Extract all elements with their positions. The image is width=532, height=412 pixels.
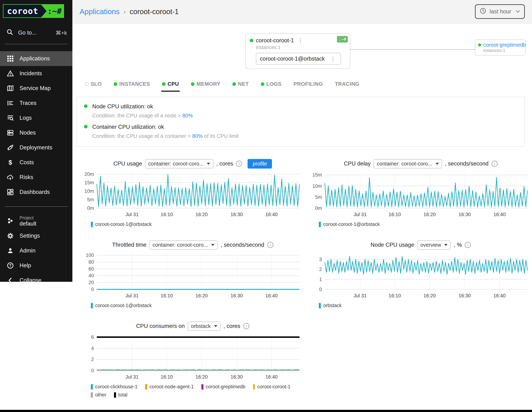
caret-down-icon bbox=[444, 244, 447, 246]
kebab-menu-icon[interactable]: ⋮ bbox=[329, 55, 337, 62]
check-condition: Condition: the CPU usage of a container … bbox=[92, 133, 517, 139]
chart-unit-label: , % bbox=[454, 242, 462, 248]
status-dot bbox=[478, 43, 481, 47]
tab-logs[interactable]: LOGS bbox=[260, 79, 282, 92]
svg-text:16:20: 16:20 bbox=[195, 212, 208, 217]
chart-title: CPU consumers on bbox=[136, 323, 185, 329]
sidebar-item-incidents[interactable]: Incidents bbox=[0, 66, 72, 81]
legend-swatch bbox=[253, 384, 255, 390]
legend-swatch bbox=[91, 392, 93, 398]
tab-status-dot bbox=[191, 82, 195, 86]
sidebar-item-label: Applications bbox=[19, 55, 50, 62]
legend-item[interactable]: coroot-coroot-1@orbstack bbox=[319, 222, 380, 227]
svg-text:16:20: 16:20 bbox=[195, 293, 208, 299]
sidebar-item-service-map[interactable]: Service Map bbox=[0, 81, 72, 96]
sidebar-item-admin[interactable]: Admin bbox=[0, 243, 72, 258]
svg-text:16:40: 16:40 bbox=[266, 374, 278, 380]
tab-net[interactable]: NET bbox=[232, 79, 249, 92]
legend-item[interactable]: coroot-clickhouse-1 bbox=[91, 384, 138, 390]
info-icon[interactable]: i bbox=[236, 161, 242, 167]
legend-item[interactable]: other bbox=[91, 392, 106, 398]
legend-swatch bbox=[91, 222, 93, 227]
caret-down-icon bbox=[436, 163, 439, 165]
sidebar-item-collapse[interactable]: Collapse bbox=[0, 273, 72, 288]
sidebar-item-applications[interactable]: Applications bbox=[0, 51, 72, 66]
upstream-application-link[interactable]: coroot-greptimedb bbox=[483, 42, 526, 48]
legend-label: other bbox=[95, 392, 106, 398]
instance-name: coroot-coroot-1@orbstack bbox=[260, 56, 325, 62]
tab-status-dot bbox=[261, 82, 264, 86]
sidebar-item-dashboards[interactable]: Dashboards bbox=[0, 185, 72, 199]
tab-profiling[interactable]: PROFILING bbox=[293, 79, 323, 92]
info-icon[interactable]: i bbox=[465, 242, 471, 248]
goto-shortcut: ⌘+k bbox=[56, 30, 67, 36]
legend-swatch bbox=[319, 222, 321, 227]
chart-plot: Jul 3116:1016:2016:3016:400246 bbox=[80, 332, 303, 381]
sidebar-item-help[interactable]: ?Help bbox=[0, 258, 72, 273]
svg-text:20m: 20m bbox=[84, 171, 94, 177]
cpu-checks-panel: Node CPU utilization: okCondition: the C… bbox=[76, 97, 525, 147]
svg-text:16:20: 16:20 bbox=[195, 374, 208, 380]
legend-item[interactable]: coroot-node-agent-1 bbox=[145, 384, 194, 390]
tab-slo[interactable]: SLO bbox=[84, 79, 102, 92]
chart-plot: Jul 3116:1016:2016:3016:400m5m10m15m bbox=[308, 169, 531, 219]
coroot-logo[interactable]: coroot :~# bbox=[3, 4, 64, 18]
chart-selector-dropdown[interactable]: container: coroot-coro... bbox=[373, 159, 442, 169]
tab-label: CPU bbox=[168, 81, 179, 87]
svg-text:0: 0 bbox=[319, 287, 322, 292]
info-icon[interactable]: i bbox=[492, 161, 498, 167]
check-status-dot bbox=[84, 125, 88, 128]
svg-text:0: 0 bbox=[91, 368, 94, 373]
info-icon[interactable]: i bbox=[267, 242, 273, 248]
chart-selector-dropdown[interactable]: container: coroot-coro... bbox=[149, 240, 218, 250]
sidebar-item-deployments[interactable]: Deployments bbox=[0, 140, 72, 155]
time-range-picker[interactable]: last hour bbox=[475, 4, 525, 19]
sidebar-item-label: Nodes bbox=[19, 130, 36, 136]
legend-item[interactable]: coroot-coroot-1@orbstack bbox=[91, 222, 152, 227]
sidebar-item-settings[interactable]: Settings bbox=[0, 228, 72, 243]
legend-item[interactable]: coroot-coroot-1@orbstack bbox=[91, 303, 152, 308]
sidebar-item-project[interactable]: Projectdefault bbox=[0, 214, 72, 228]
threshold-link[interactable]: 80% bbox=[192, 133, 203, 139]
svg-text:1: 1 bbox=[319, 277, 322, 282]
chart-selector-dropdown[interactable]: orbstack bbox=[188, 322, 221, 331]
legend-item[interactable]: coroot-coroot-1 bbox=[253, 384, 290, 390]
svg-text:16:30: 16:30 bbox=[230, 293, 243, 299]
chart-legend: coroot-clickhouse-1coroot-node-agent-1co… bbox=[91, 384, 304, 398]
kebab-menu-icon[interactable]: ⋮ bbox=[296, 37, 304, 44]
chart-header: CPU usagecontainer: coroot-coro..., core… bbox=[80, 158, 306, 169]
tab-cpu[interactable]: CPU bbox=[161, 79, 180, 92]
svg-text:0m: 0m bbox=[315, 206, 322, 211]
search-icon bbox=[6, 28, 13, 37]
legend-item[interactable]: orbstack bbox=[319, 303, 342, 308]
info-icon[interactable]: i bbox=[243, 323, 249, 329]
profile-button[interactable]: profile bbox=[247, 159, 272, 169]
instance-item[interactable]: coroot-coroot-1@orbstack ⋮ bbox=[256, 53, 341, 65]
chart-legend: coroot-coroot-1@orbstack bbox=[91, 222, 304, 227]
goto-search[interactable]: Go to... ⌘+k bbox=[6, 28, 67, 37]
breadcrumb-applications[interactable]: Applications bbox=[80, 7, 120, 16]
chart-selector-dropdown[interactable]: overview bbox=[417, 240, 451, 250]
sidebar-item-label: Logs bbox=[19, 115, 32, 121]
sidebar-item-label: Traces bbox=[19, 100, 37, 106]
legend-item[interactable]: coroot-greptimedb bbox=[201, 384, 245, 390]
legend-label: coroot-clickhouse-1 bbox=[95, 384, 138, 390]
chart-legend: coroot-coroot-1@orbstack bbox=[319, 222, 532, 227]
chart-selector-dropdown[interactable]: container: coroot-coro... bbox=[145, 159, 213, 169]
chart-title: Node CPU usage bbox=[370, 242, 414, 248]
legend-item[interactable]: total bbox=[114, 392, 128, 398]
dashboard-icon bbox=[7, 188, 14, 196]
project-name: default bbox=[19, 220, 36, 227]
tab-tracing[interactable]: TRACING bbox=[334, 79, 360, 92]
sidebar-item-costs[interactable]: $Costs bbox=[0, 155, 72, 170]
tab-memory[interactable]: MEMORY bbox=[190, 79, 221, 92]
sidebar-item-logs[interactable]: Logs bbox=[0, 111, 72, 125]
gear-icon bbox=[7, 232, 14, 239]
tab-instances[interactable]: INSTANCES bbox=[113, 79, 151, 92]
svg-text:100: 100 bbox=[86, 253, 94, 258]
sidebar-item-nodes[interactable]: Nodes bbox=[0, 125, 72, 140]
sidebar-item-label: Admin bbox=[19, 247, 36, 254]
sidebar-item-risks[interactable]: Risks bbox=[0, 170, 72, 185]
threshold-link[interactable]: 80% bbox=[182, 113, 193, 119]
sidebar-item-traces[interactable]: Traces bbox=[0, 96, 72, 111]
